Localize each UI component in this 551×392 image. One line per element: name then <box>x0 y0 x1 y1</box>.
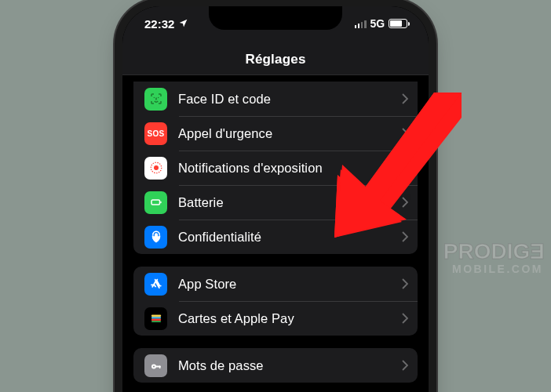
watermark-line1: PRODIGE <box>443 239 545 264</box>
screen: 22:32 5G Réglages <box>122 6 429 392</box>
chevron-right-icon <box>402 313 408 324</box>
chevron-right-icon <box>402 197 408 208</box>
row-label: Mots de passe <box>178 358 391 373</box>
page-title: Réglages <box>245 52 305 67</box>
svg-rect-5 <box>160 201 161 203</box>
row-wallet[interactable]: Cartes et Apple Pay <box>133 301 418 336</box>
settings-group-passwords: Mots de passe <box>133 348 418 383</box>
phone-notch <box>209 6 342 30</box>
row-label: Batterie <box>178 195 391 210</box>
svg-point-1 <box>157 97 159 99</box>
svg-rect-8 <box>151 317 161 318</box>
battery-icon <box>389 19 410 28</box>
chevron-right-icon <box>402 231 408 242</box>
settings-list[interactable]: Face ID et code SOS Appel d'urgence Noti… <box>122 75 429 392</box>
svg-rect-4 <box>151 200 160 205</box>
watermark: PRODIGE MOBILE.COM <box>443 239 545 275</box>
svg-rect-10 <box>151 321 161 322</box>
svg-rect-7 <box>151 315 161 317</box>
sos-icon: SOS <box>144 122 167 145</box>
row-faceid[interactable]: Face ID et code <box>133 82 418 116</box>
row-passwords[interactable]: Mots de passe <box>133 348 418 383</box>
svg-point-0 <box>153 97 155 99</box>
chevron-right-icon <box>402 278 408 289</box>
signal-icon <box>355 20 367 28</box>
location-icon <box>178 17 188 31</box>
row-label: Notifications d'exposition <box>178 161 391 176</box>
wallet-icon <box>144 307 167 330</box>
network-label: 5G <box>370 17 385 30</box>
status-time: 22:32 <box>144 17 174 31</box>
faceid-icon <box>144 88 167 111</box>
watermark-line2: MOBILE.COM <box>443 263 543 275</box>
key-icon <box>144 354 167 377</box>
svg-point-12 <box>152 365 154 367</box>
row-sos[interactable]: SOS Appel d'urgence <box>133 116 418 151</box>
svg-point-3 <box>154 165 159 170</box>
row-label: Confidentialité <box>178 230 391 245</box>
row-label: App Store <box>178 277 391 292</box>
row-privacy[interactable]: Confidentialité <box>133 220 418 254</box>
row-battery[interactable]: Batterie <box>133 185 418 220</box>
row-label: Appel d'urgence <box>178 126 391 141</box>
chevron-right-icon <box>402 162 408 173</box>
chevron-right-icon <box>402 360 408 371</box>
chevron-right-icon <box>402 93 408 104</box>
phone-frame: 22:32 5G Réglages <box>122 6 429 392</box>
row-exposure[interactable]: Notifications d'exposition <box>133 151 418 185</box>
chevron-right-icon <box>402 128 408 139</box>
row-label: Cartes et Apple Pay <box>178 311 391 326</box>
row-appstore[interactable]: App Store <box>133 267 418 301</box>
settings-group-general: Face ID et code SOS Appel d'urgence Noti… <box>133 82 418 254</box>
row-label: Face ID et code <box>178 92 391 107</box>
svg-rect-9 <box>151 319 161 321</box>
battery-icon <box>144 191 167 214</box>
privacy-icon <box>144 226 167 249</box>
appstore-icon <box>144 273 167 296</box>
settings-group-store: App Store Cartes et Apple Pay <box>133 267 418 336</box>
svg-rect-14 <box>159 366 160 368</box>
exposure-icon <box>144 157 167 180</box>
